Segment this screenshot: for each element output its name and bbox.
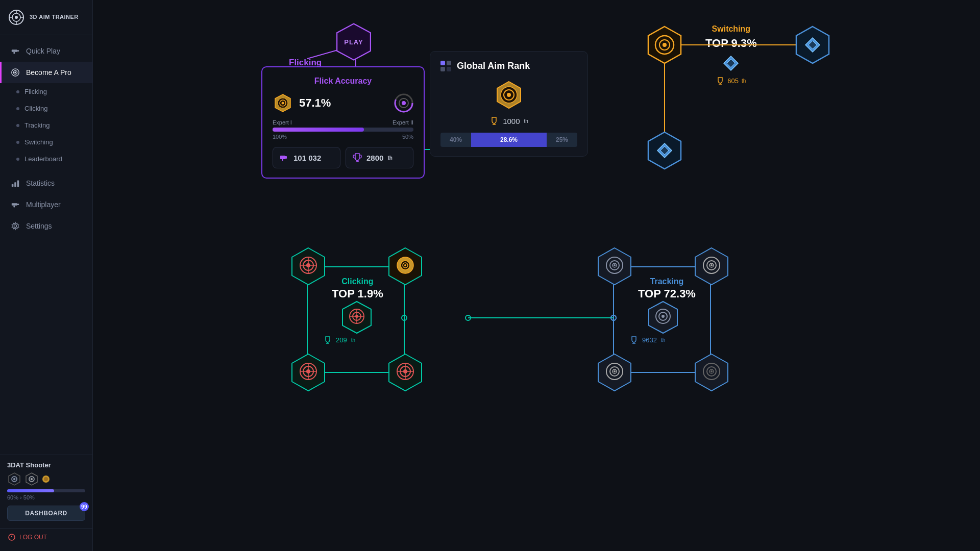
svg-point-12 [14, 71, 16, 73]
clicking-node-mid[interactable] [336, 297, 377, 338]
aim-rank-medal [494, 80, 524, 110]
switching-diamond-mid [722, 54, 740, 72]
switching-node-right[interactable] [792, 24, 833, 65]
dashboard-button[interactable]: DASHBOARD 99 [7, 506, 85, 521]
aim-rank-badge [440, 80, 577, 110]
profile-progress-fill [7, 489, 54, 492]
rank-pct-left: 100% [273, 134, 287, 140]
logout-button[interactable]: LOG OUT [0, 528, 92, 546]
clicking-node-tl[interactable] [288, 246, 329, 287]
aim-rank-trophy: 1000th [440, 116, 577, 126]
flick-accuracy-card: Flick Accuracy 57.1% Expert I Expert II [261, 66, 425, 179]
switching-hex-right-content [803, 36, 822, 54]
flick-card-title: Flick Accuracy [273, 77, 413, 86]
sidebar-nav: Quick Play Become A Pro Flicking Clickin… [0, 35, 92, 450]
sidebar-item-switching[interactable]: Switching [0, 134, 92, 151]
svg-rect-9 [13, 52, 15, 54]
switching-node-left[interactable] [644, 24, 685, 65]
sidebar-item-statistics[interactable]: Statistics [0, 172, 92, 194]
svg-rect-14 [14, 182, 16, 187]
svg-point-62 [282, 102, 284, 105]
switching-left-icon [653, 34, 676, 56]
clicking-node-tr[interactable] [385, 246, 426, 287]
clicking-mid-target [348, 308, 365, 325]
clicking-node-br[interactable] [385, 352, 426, 393]
tracking-node-bl[interactable] [594, 352, 635, 393]
sidebar-item-flicking[interactable]: Flicking [0, 83, 92, 100]
quick-play-label: Quick Play [26, 47, 60, 55]
clicking-node-bl[interactable] [288, 352, 329, 393]
profile-badge-2 [24, 472, 39, 486]
switching-bottom-diamond [655, 141, 674, 160]
rank-right-label: Expert II [393, 119, 413, 126]
sidebar-item-tracking[interactable]: Tracking [0, 117, 92, 134]
tracking-mid-icon [654, 308, 672, 325]
gun-icon [11, 46, 20, 56]
gear-icon [11, 221, 20, 231]
aim-trophy-icon [489, 116, 499, 126]
dot-icon [16, 141, 19, 144]
plays-value: 101 032 [293, 154, 321, 162]
sidebar-item-leaderboard[interactable]: Leaderboard [0, 151, 92, 167]
tracking-tr-content [702, 256, 721, 277]
aim-rank-title: Global Aim Rank [440, 61, 577, 71]
rank-pct-labels: 100% 50% [273, 134, 413, 140]
svg-point-49 [611, 315, 616, 320]
plays-icon [279, 153, 289, 163]
flick-stat-row: 57.1% [273, 93, 413, 113]
progress-text: 60% › 50% [7, 494, 85, 500]
svg-point-133 [710, 264, 713, 266]
sidebar-item-become-a-pro[interactable]: Become A Pro [0, 62, 92, 83]
clicking-label-text: Clicking [332, 277, 383, 286]
sidebar-item-quick-play[interactable]: Quick Play [0, 40, 92, 62]
svg-rect-17 [17, 204, 19, 205]
clicking-trophy-icon [324, 336, 332, 344]
tracking-node-tr[interactable] [691, 246, 732, 287]
leaderboard-sub-label: Leaderboard [24, 155, 62, 163]
tracking-trophy-icon [630, 336, 638, 344]
rank-seg-left: 40% [440, 133, 471, 147]
flick-medal-icon [273, 93, 293, 113]
tracking-br-icon [702, 362, 721, 381]
sidebar-item-multiplayer[interactable]: Multiplayer [0, 194, 92, 215]
clicking-gold-icon [396, 256, 415, 275]
cs2 [447, 61, 451, 65]
profile-name: 3DAT Shooter [7, 461, 85, 469]
sidebar-item-clicking[interactable]: Clicking [0, 100, 92, 117]
sidebar-item-settings[interactable]: Settings [0, 215, 92, 237]
dashboard-label: DASHBOARD [25, 510, 67, 517]
switching-trophy-icon [716, 77, 724, 85]
clicking-sub-label: Clicking [24, 105, 48, 112]
rank-pct-right: 50% [402, 134, 413, 140]
rank-stat: 2800th [346, 147, 413, 168]
rank-mid-pct: 28.6% [500, 136, 518, 143]
svg-rect-8 [17, 50, 19, 52]
switching-rank-suffix: th [742, 78, 746, 84]
tracking-tr-icon [702, 256, 721, 275]
dot-icon [16, 90, 19, 93]
plays-stat: 101 032 [273, 147, 340, 168]
tracking-mid-content [654, 308, 672, 327]
flick-rank-icon [394, 93, 413, 113]
play-button[interactable]: PLAY [333, 21, 374, 62]
tracking-bl-icon [605, 362, 624, 381]
target-icon [11, 68, 20, 77]
tracking-node-br[interactable] [691, 352, 732, 393]
clicking-br-icon [396, 362, 415, 381]
tracking-node-mid[interactable] [643, 297, 683, 338]
multiplayer-label: Multiplayer [26, 201, 61, 209]
rank-bar [273, 128, 413, 132]
svg-point-128 [614, 264, 616, 266]
svg-rect-18 [13, 206, 15, 208]
profile-badge-1 [7, 472, 21, 486]
color-squares [440, 61, 452, 71]
switching-node-bottom[interactable] [644, 130, 685, 171]
svg-rect-16 [12, 203, 17, 206]
svg-rect-7 [12, 49, 17, 52]
dashboard-badge: 99 [80, 502, 89, 511]
clicking-br-content [396, 362, 415, 383]
tracking-node-tl[interactable] [594, 246, 635, 287]
dot-icon [16, 107, 19, 110]
trophy-icon [352, 153, 362, 163]
rank-bar-fill [273, 128, 364, 132]
